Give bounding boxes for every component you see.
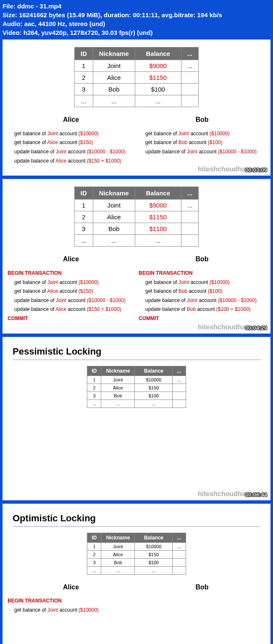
cell: ... — [135, 95, 181, 107]
cell: 3 — [74, 223, 93, 235]
video-value: h264, yuv420p, 1278x720, 30.03 fps(r) (u… — [24, 29, 153, 36]
cell — [173, 566, 186, 574]
table-row: 3Bob$1100 — [74, 223, 199, 235]
col-header: ... — [173, 533, 186, 542]
cell: 2 — [87, 384, 101, 392]
table-row: 3Bob$100 — [74, 84, 199, 95]
cell: 1 — [87, 376, 101, 384]
cell: Bob — [101, 558, 135, 566]
cell — [181, 235, 199, 247]
op-line: get balance of Joint account ($10000) — [14, 278, 134, 287]
cell: Joint — [101, 376, 135, 384]
cell — [181, 211, 199, 223]
table-row: 1Joint$9000... — [74, 200, 199, 211]
timestamp: 00:04:29 — [245, 325, 267, 331]
op-line: get balance of Joint account ($10000) — [14, 129, 134, 139]
table-row: ......... — [74, 235, 199, 247]
cell: 2 — [87, 550, 101, 558]
col-header: ... — [181, 47, 199, 60]
accounts-table: IDNicknameBalance... 1Joint$10000...2Ali… — [87, 533, 186, 575]
cell — [181, 95, 199, 107]
table-row: 2Alice$1150 — [74, 72, 199, 84]
table-row: 2Alice$1150 — [74, 211, 199, 223]
table-row: 3Bob$100 — [87, 392, 186, 400]
cell — [181, 72, 199, 84]
op-line: get balance of Joint account ($10000) — [145, 129, 265, 139]
table-row: 3Bob$100 — [87, 558, 186, 566]
cell: ... — [173, 542, 186, 550]
col-header: Nickname — [101, 366, 135, 376]
cell: 1 — [87, 542, 101, 550]
timestamp: 00:03:09 — [245, 167, 267, 173]
table-row: ......... — [87, 566, 186, 574]
cell: 3 — [74, 84, 93, 95]
col-header: ID — [74, 47, 93, 60]
cell: $100 — [135, 84, 181, 95]
cell: 2 — [74, 72, 93, 84]
alice-title: Alice — [8, 253, 134, 265]
accounts-table: IDNicknameBalance... 1Joint$9000...2Alic… — [74, 187, 199, 247]
cell: Joint — [101, 542, 135, 550]
file-label: File: — [3, 3, 16, 10]
cell: $1100 — [135, 223, 181, 235]
frame-3: Pessimistic Locking IDNicknameBalance...… — [2, 336, 271, 501]
op-line: get balance of Alice account ($150) — [14, 287, 134, 296]
col-header: Balance — [135, 533, 173, 542]
table-row: 2Alice$150 — [87, 550, 186, 558]
alice-title: Alice — [8, 114, 134, 126]
op-line: get balance of Joint account ($10000) — [145, 278, 265, 287]
bob-title: Bob — [139, 253, 265, 265]
cell: Alice — [101, 384, 135, 392]
cell: $150 — [135, 384, 173, 392]
size-value: 16241662 bytes (15.49 MiB), duration: 00… — [19, 11, 222, 18]
size-label: Size: — [3, 11, 17, 18]
cell: 1 — [74, 200, 93, 211]
cell — [173, 550, 186, 558]
cell: ... — [87, 566, 101, 574]
op-line: get balance of Alice account ($150) — [14, 138, 134, 147]
cell: Bob — [101, 392, 135, 400]
file-value: ddmc - 31.mp4 — [17, 3, 61, 10]
cell: 3 — [87, 392, 101, 400]
cell: Bob — [93, 84, 135, 95]
audio-value: aac, 44100 Hz, stereo (und) — [24, 20, 105, 27]
cell: $1150 — [135, 211, 181, 223]
cell: Joint — [93, 60, 135, 72]
cell: $10000 — [135, 376, 173, 384]
cell: $100 — [135, 558, 173, 566]
cell: ... — [135, 235, 181, 247]
cell — [181, 223, 199, 235]
audio-label: Audio: — [3, 20, 22, 27]
cell: ... — [101, 400, 135, 407]
frame-1: IDNicknameBalance... 1Joint$9000...2Alic… — [2, 39, 271, 176]
section-title: Pessimistic Locking — [13, 346, 265, 357]
col-header: Balance — [135, 47, 181, 60]
begin-transaction: BEGIN TRANSACTION — [8, 269, 134, 278]
cell: $1150 — [135, 72, 181, 84]
bob-title: Bob — [139, 581, 265, 594]
cell: ... — [135, 566, 173, 574]
divider — [13, 526, 260, 527]
col-header: Balance — [135, 366, 173, 376]
cell: Alice — [101, 550, 135, 558]
op-line: update balance of Joint account ($10000 … — [145, 296, 265, 305]
cell: 3 — [87, 558, 101, 566]
cell — [173, 392, 186, 400]
cell: ... — [87, 400, 101, 407]
op-line: update balance of Joint account ($10000 … — [14, 147, 134, 157]
col-header: ID — [87, 366, 101, 376]
col-header: Nickname — [93, 187, 135, 200]
col-header: Nickname — [93, 47, 135, 60]
cell: $9000 — [135, 60, 181, 72]
col-header: Nickname — [101, 533, 135, 542]
cell: 2 — [74, 211, 93, 223]
col-header: ... — [173, 366, 186, 376]
media-info-header: File: ddmc - 31.mp4 Size: 16241662 bytes… — [0, 0, 273, 39]
col-header: Balance — [135, 187, 181, 200]
cell: $100 — [135, 392, 173, 400]
op-line: get balance of Bob account ($100) — [145, 287, 265, 296]
col-header: ID — [74, 187, 93, 200]
cell: ... — [101, 566, 135, 574]
cell — [173, 400, 186, 407]
divider — [13, 360, 260, 360]
